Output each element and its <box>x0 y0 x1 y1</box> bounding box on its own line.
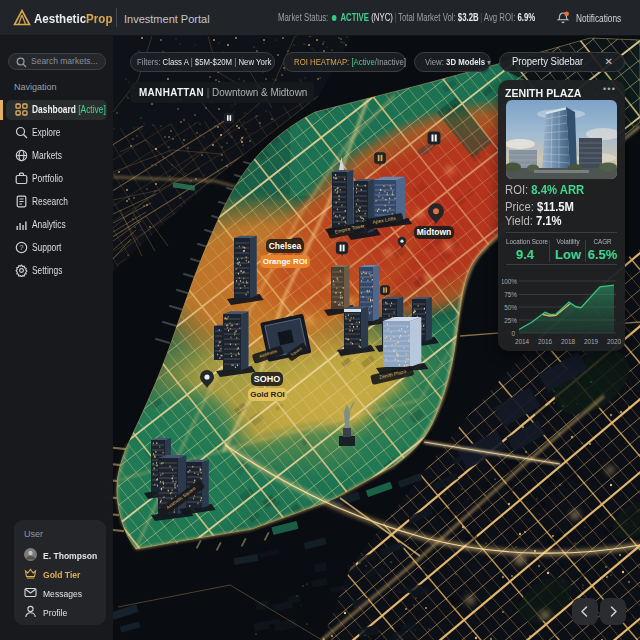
svg-text:50%: 50% <box>504 304 517 311</box>
svg-text:25%: 25% <box>504 317 517 324</box>
svg-text:2019: 2019 <box>584 338 599 345</box>
svg-text:2014: 2014 <box>515 338 530 345</box>
svg-text:2016: 2016 <box>538 338 553 345</box>
svg-text:2018: 2018 <box>561 338 576 345</box>
svg-text:2020: 2020 <box>607 338 621 345</box>
svg-text:100%: 100% <box>502 278 517 285</box>
svg-text:?: ? <box>20 244 24 251</box>
svg-text:0: 0 <box>511 330 515 337</box>
svg-text:75%: 75% <box>504 291 517 298</box>
